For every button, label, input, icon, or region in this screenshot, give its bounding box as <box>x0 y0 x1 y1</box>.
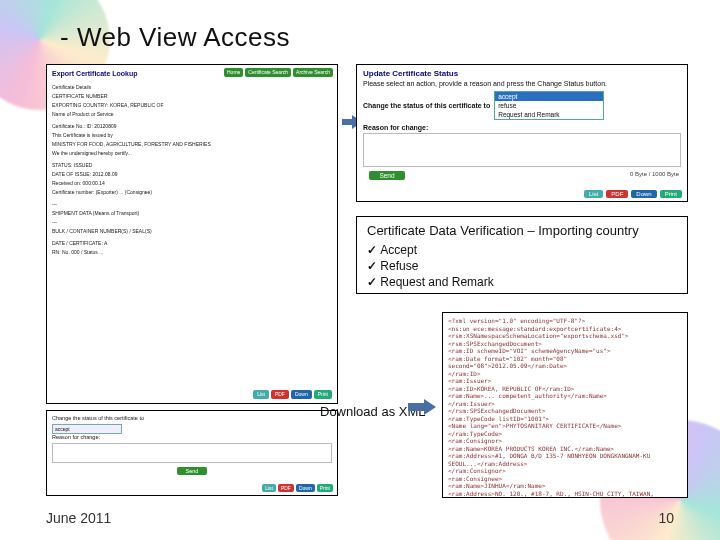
xml-line: <ram:Date format="102" month="08" second… <box>448 355 682 370</box>
cert-lookup-line: DATE / CERTIFICATE: A <box>52 240 332 247</box>
xml-line: </rsm:SPSExchangedDocument> <box>448 407 682 415</box>
xml-line: <ram:Address>NO. 120., #18-7, RD., HSIN-… <box>448 490 682 499</box>
update-status-footer: ListPDFDownPrint <box>584 190 682 198</box>
xml-line: <ram:Name>KOREA PRODUCTS KOREA INC.</ram… <box>448 445 682 453</box>
xml-line: <ram:Name>JINHUA</ram:Name> <box>448 482 682 490</box>
cert-lookup-line: This Certificate is issued by <box>52 132 332 139</box>
xml-line: <ram:TypeCode listID="1001"> <box>448 415 682 423</box>
nav-home-button[interactable]: Home <box>224 68 243 77</box>
annotation-title: Certificate Data Verification – Importin… <box>367 223 677 238</box>
print-button[interactable]: Print <box>660 190 682 198</box>
list-button[interactable]: List <box>253 390 269 399</box>
option-refuse[interactable]: refuse <box>495 101 603 110</box>
status-change-footer: ListPDFDownPrint <box>262 484 333 492</box>
footer-date: June 2011 <box>46 510 111 526</box>
status-change-panel: Change the status of this certificate to… <box>46 410 338 496</box>
cert-lookup-line: --- <box>52 201 332 208</box>
cert-lookup-footer-buttons: ListPDFDownPrint <box>253 390 332 399</box>
cert-lookup-line: Received on: 000:00.14 <box>52 180 332 187</box>
update-status-panel: Update Certificate Status Please select … <box>356 64 688 202</box>
cert-lookup-line: Name of Product or Service <box>52 111 332 118</box>
down-button[interactable]: Down <box>291 390 312 399</box>
xml-line: <ns:un ece:message:standard:exportcertif… <box>448 325 682 333</box>
pdf-button[interactable]: PDF <box>278 484 294 492</box>
cert-lookup-line: RN: No. 000 / Status ... <box>52 249 332 256</box>
arrow-icon <box>408 400 436 414</box>
status-change-reason-label: Reason for change: <box>52 434 332 440</box>
update-status-reason-label: Reason for change: <box>363 124 681 131</box>
annotation-item: Accept <box>367 242 677 258</box>
xml-line: <ram:Consignee> <box>448 475 682 483</box>
nav-archive-button[interactable]: Archive Search <box>293 68 333 77</box>
xml-line: <ram:ID>KOREA, REPUBLIC OF</ram:ID> <box>448 385 682 393</box>
cert-lookup-top-buttons: Home Certificate Search Archive Search <box>224 68 333 77</box>
xml-line: </ram:ID> <box>448 370 682 378</box>
annotation-item: Refuse <box>367 258 677 274</box>
cert-lookup-line: EXPORTING COUNTRY: KOREA, REPUBLIC OF <box>52 102 332 109</box>
print-button[interactable]: Print <box>317 484 333 492</box>
option-request-remark[interactable]: Request and Remark <box>495 110 603 119</box>
update-status-change-label: Change the status of this certificate to <box>363 102 490 109</box>
xml-line: </ram:Issuer> <box>448 400 682 408</box>
list-button[interactable]: List <box>584 190 603 198</box>
xml-line: <rsm:XSNamespaceSchemaLocation="exportsc… <box>448 332 682 340</box>
cert-lookup-line: --- <box>52 219 332 226</box>
down-button[interactable]: Down <box>631 190 656 198</box>
status-change-line: Change the status of this certificate to <box>52 415 332 421</box>
down-button[interactable]: Down <box>296 484 315 492</box>
xml-line: <?xml version="1.0" encoding="UTF-8"?> <box>448 317 682 325</box>
nav-certsearch-button[interactable]: Certificate Search <box>245 68 291 77</box>
list-button[interactable]: List <box>262 484 276 492</box>
annotation-box: Certificate Data Verification – Importin… <box>356 216 688 294</box>
slide-title: - Web View Access <box>60 22 290 53</box>
pdf-button[interactable]: PDF <box>606 190 628 198</box>
cert-lookup-line: SHIPMENT DATA (Means of Transport) <box>52 210 332 217</box>
status-change-select[interactable]: accept <box>52 424 122 434</box>
cert-lookup-line: STATUS: ISSUED <box>52 162 332 169</box>
byte-counter: 0 Byte / 1000 Byte <box>630 171 679 177</box>
cert-lookup-line: Certificate number: (Exporter) ... (Cons… <box>52 189 332 196</box>
status-change-textarea[interactable] <box>52 443 332 463</box>
xml-line: <rsm:SPSExchangedDocument> <box>448 340 682 348</box>
cert-lookup-line: We the undersigned hereby certify... <box>52 150 332 157</box>
xml-line: <ram:Consignor> <box>448 437 682 445</box>
xml-line: <ram:ID schemeID="VOI" schemeAgencyName=… <box>448 347 682 355</box>
xml-line: </ram:Consignor> <box>448 467 682 475</box>
xml-line: <ram:Issuer> <box>448 377 682 385</box>
update-status-header: Update Certificate Status <box>363 69 681 78</box>
cert-lookup-line: Certificate Details <box>52 84 332 91</box>
option-accept[interactable]: accept <box>495 92 603 101</box>
pdf-button[interactable]: PDF <box>271 390 289 399</box>
certificate-lookup-panel: Export Certificate Lookup Home Certifica… <box>46 64 338 404</box>
cert-lookup-line: CERTIFICATE NUMBER: <box>52 93 332 100</box>
cert-lookup-line: MINISTRY FOR FOOD, AGRICULTURE, FORESTRY… <box>52 141 332 148</box>
update-status-listbox[interactable]: accept refuse Request and Remark <box>494 91 604 120</box>
xml-line: <ram:Name>... competent_authority</ram:N… <box>448 392 682 400</box>
status-change-send-button[interactable]: Send <box>177 467 207 475</box>
xml-line: <ram:Address>#1, DONGA B/D 135-7 NONHYEO… <box>448 452 682 467</box>
xml-line: <Name lang="en">PHYTOSANITARY CERTIFICAT… <box>448 422 682 430</box>
xml-output-panel: <?xml version="1.0" encoding="UTF-8"?><n… <box>442 312 688 498</box>
annotation-item: Request and Remark <box>367 274 677 290</box>
xml-line: </ram:TypeCode> <box>448 430 682 438</box>
cert-lookup-line: BULK / CONTAINER NUMBER(S) / SEAL(S) <box>52 228 332 235</box>
update-status-textarea[interactable] <box>363 133 681 167</box>
cert-lookup-line: Certificate No.: ID: 20120809 <box>52 123 332 130</box>
cert-lookup-line: DATE OF ISSUE: 2012.08.09 <box>52 171 332 178</box>
print-button[interactable]: Print <box>314 390 332 399</box>
update-status-send-button[interactable]: Send <box>369 171 405 180</box>
update-status-instruction: Please select an action, provide a reaso… <box>363 80 681 87</box>
page-number: 10 <box>658 510 674 526</box>
